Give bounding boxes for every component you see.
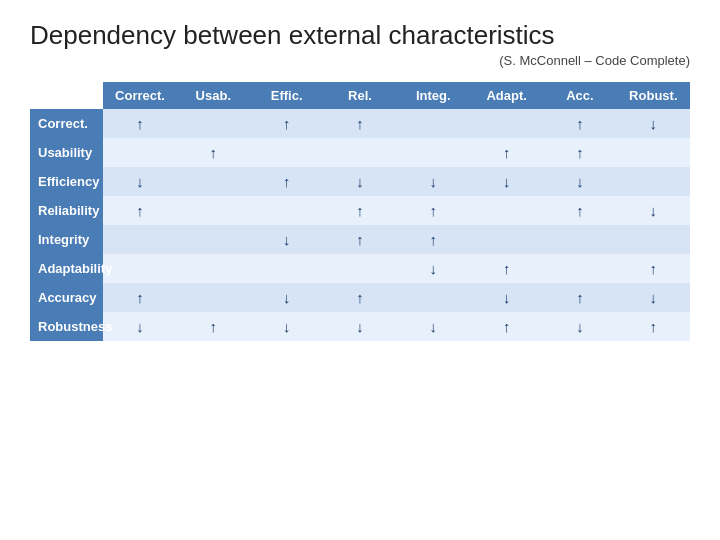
cell-r4-c0 bbox=[103, 225, 176, 254]
cell-r7-c6: ↓ bbox=[543, 312, 616, 341]
cell-r3-c3: ↑ bbox=[323, 196, 396, 225]
cell-r4-c1 bbox=[177, 225, 250, 254]
cell-r4-c3: ↑ bbox=[323, 225, 396, 254]
row-label-accuracy: Accuracy bbox=[30, 283, 103, 312]
cell-r2-c7 bbox=[617, 167, 690, 196]
cell-r1-c4 bbox=[397, 138, 470, 167]
cell-r6-c2: ↓ bbox=[250, 283, 323, 312]
row-label-robustness: Robustness bbox=[30, 312, 103, 341]
row-label-adaptability: Adaptability bbox=[30, 254, 103, 283]
cell-r4-c6 bbox=[543, 225, 616, 254]
cell-r7-c5: ↑ bbox=[470, 312, 543, 341]
header-col-effic: Effic. bbox=[250, 82, 323, 109]
cell-r0-c3: ↑ bbox=[323, 109, 396, 138]
cell-r5-c5: ↑ bbox=[470, 254, 543, 283]
cell-r2-c0: ↓ bbox=[103, 167, 176, 196]
table-row: Integrity↓↑↑ bbox=[30, 225, 690, 254]
header-col-acc: Acc. bbox=[543, 82, 616, 109]
cell-r5-c1 bbox=[177, 254, 250, 283]
cell-r1-c6: ↑ bbox=[543, 138, 616, 167]
cell-r2-c6: ↓ bbox=[543, 167, 616, 196]
cell-r6-c6: ↑ bbox=[543, 283, 616, 312]
header-col-correct: Correct. bbox=[103, 82, 176, 109]
cell-r7-c4: ↓ bbox=[397, 312, 470, 341]
table-row: Correct.↑↑↑↑↓ bbox=[30, 109, 690, 138]
cell-r0-c2: ↑ bbox=[250, 109, 323, 138]
cell-r5-c4: ↓ bbox=[397, 254, 470, 283]
cell-r5-c3 bbox=[323, 254, 396, 283]
cell-r0-c7: ↓ bbox=[617, 109, 690, 138]
cell-r0-c1 bbox=[177, 109, 250, 138]
cell-r0-c4 bbox=[397, 109, 470, 138]
header-col-rel: Rel. bbox=[323, 82, 396, 109]
header-col-robust: Robust. bbox=[617, 82, 690, 109]
cell-r5-c6 bbox=[543, 254, 616, 283]
cell-r2-c5: ↓ bbox=[470, 167, 543, 196]
cell-r6-c3: ↑ bbox=[323, 283, 396, 312]
cell-r6-c7: ↓ bbox=[617, 283, 690, 312]
cell-r1-c1: ↑ bbox=[177, 138, 250, 167]
cell-r0-c0: ↑ bbox=[103, 109, 176, 138]
cell-r1-c3 bbox=[323, 138, 396, 167]
cell-r3-c7: ↓ bbox=[617, 196, 690, 225]
cell-r3-c6: ↑ bbox=[543, 196, 616, 225]
row-label-correct: Correct. bbox=[30, 109, 103, 138]
cell-r1-c2 bbox=[250, 138, 323, 167]
cell-r2-c3: ↓ bbox=[323, 167, 396, 196]
header-empty bbox=[30, 82, 103, 109]
cell-r4-c5 bbox=[470, 225, 543, 254]
cell-r2-c4: ↓ bbox=[397, 167, 470, 196]
cell-r6-c4 bbox=[397, 283, 470, 312]
cell-r5-c7: ↑ bbox=[617, 254, 690, 283]
cell-r3-c1 bbox=[177, 196, 250, 225]
cell-r6-c5: ↓ bbox=[470, 283, 543, 312]
table-row: Accuracy↑↓↑↓↑↓ bbox=[30, 283, 690, 312]
cell-r2-c1 bbox=[177, 167, 250, 196]
cell-r6-c1 bbox=[177, 283, 250, 312]
table-body: Correct.↑↑↑↑↓Usability↑↑↑Efficiency↓↑↓↓↓… bbox=[30, 109, 690, 341]
cell-r1-c5: ↑ bbox=[470, 138, 543, 167]
table-row: Usability↑↑↑ bbox=[30, 138, 690, 167]
cell-r1-c7 bbox=[617, 138, 690, 167]
cell-r4-c7 bbox=[617, 225, 690, 254]
cell-r3-c4: ↑ bbox=[397, 196, 470, 225]
cell-r1-c0 bbox=[103, 138, 176, 167]
table-row: Adaptability↓↑↑ bbox=[30, 254, 690, 283]
cell-r7-c7: ↑ bbox=[617, 312, 690, 341]
table-row: Efficiency↓↑↓↓↓↓ bbox=[30, 167, 690, 196]
cell-r2-c2: ↑ bbox=[250, 167, 323, 196]
page-title: Dependency between external characterist… bbox=[30, 20, 690, 51]
cell-r5-c2 bbox=[250, 254, 323, 283]
cell-r7-c2: ↓ bbox=[250, 312, 323, 341]
cell-r6-c0: ↑ bbox=[103, 283, 176, 312]
row-label-efficiency: Efficiency bbox=[30, 167, 103, 196]
cell-r3-c5 bbox=[470, 196, 543, 225]
row-label-integrity: Integrity bbox=[30, 225, 103, 254]
cell-r0-c5 bbox=[470, 109, 543, 138]
subtitle: (S. McConnell – Code Complete) bbox=[30, 53, 690, 68]
table-row: Robustness↓↑↓↓↓↑↓↑ bbox=[30, 312, 690, 341]
cell-r4-c4: ↑ bbox=[397, 225, 470, 254]
dependency-table: Correct.Usab.Effic.Rel.Integ.Adapt.Acc.R… bbox=[30, 82, 690, 341]
cell-r5-c0 bbox=[103, 254, 176, 283]
table-row: Reliability↑↑↑↑↓ bbox=[30, 196, 690, 225]
cell-r7-c3: ↓ bbox=[323, 312, 396, 341]
cell-r3-c0: ↑ bbox=[103, 196, 176, 225]
header-col-adapt: Adapt. bbox=[470, 82, 543, 109]
header-col-usab: Usab. bbox=[177, 82, 250, 109]
row-label-usability: Usability bbox=[30, 138, 103, 167]
cell-r3-c2 bbox=[250, 196, 323, 225]
row-label-reliability: Reliability bbox=[30, 196, 103, 225]
cell-r7-c1: ↑ bbox=[177, 312, 250, 341]
cell-r7-c0: ↓ bbox=[103, 312, 176, 341]
cell-r0-c6: ↑ bbox=[543, 109, 616, 138]
header-col-integ: Integ. bbox=[397, 82, 470, 109]
cell-r4-c2: ↓ bbox=[250, 225, 323, 254]
table-header-row: Correct.Usab.Effic.Rel.Integ.Adapt.Acc.R… bbox=[30, 82, 690, 109]
